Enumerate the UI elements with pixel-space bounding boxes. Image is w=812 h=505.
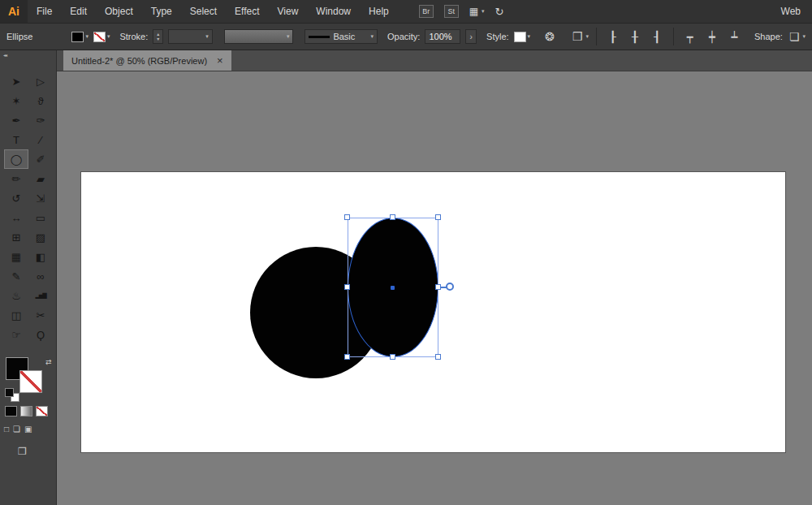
- eraser-tool[interactable]: ▰: [28, 169, 53, 188]
- magic-wand-tool[interactable]: ✶: [4, 91, 28, 110]
- menu-file[interactable]: File: [28, 0, 61, 23]
- stroke-proxy-swatch[interactable]: [19, 370, 42, 393]
- stroke-weight-dropdown[interactable]: ▾: [168, 29, 213, 44]
- opacity-label: Opacity:: [387, 32, 420, 41]
- selection-handle-e[interactable]: [435, 284, 441, 290]
- scale-tool[interactable]: ⇲: [28, 188, 53, 208]
- fill-color-swatch[interactable]: ▾: [71, 32, 89, 42]
- selection-handle-se[interactable]: [435, 354, 441, 360]
- document-tab[interactable]: Untitled-2* @ 50% (RGB/Preview) ×: [63, 50, 231, 71]
- shape-mode-button[interactable]: ❏ ▾: [788, 30, 806, 43]
- shaper-tool[interactable]: ✏: [4, 169, 28, 188]
- selection-handle-sw[interactable]: [344, 354, 350, 360]
- pen-tool[interactable]: ✒: [4, 110, 28, 130]
- stroke-none-icon: [93, 32, 106, 42]
- perspective-grid-tool[interactable]: ▨: [28, 227, 53, 247]
- selection-handle-w[interactable]: [344, 284, 350, 290]
- close-icon[interactable]: ×: [217, 55, 223, 66]
- app-logo: Ai: [0, 0, 28, 23]
- menu-type[interactable]: Type: [142, 0, 181, 23]
- menu-help[interactable]: Help: [360, 0, 398, 23]
- selection-handle-n[interactable]: [390, 214, 395, 220]
- slice-tool[interactable]: ✂: [28, 305, 53, 325]
- stock-button[interactable]: St: [444, 5, 459, 18]
- draw-normal-icon[interactable]: □: [4, 425, 9, 434]
- symbol-sprayer-tool[interactable]: ♨: [4, 286, 28, 305]
- menu-view[interactable]: View: [269, 0, 308, 23]
- menu-bar: Ai File Edit Object Type Select Effect V…: [0, 0, 812, 23]
- style-swatch-icon: [514, 32, 526, 42]
- gradient-button[interactable]: [20, 406, 32, 417]
- center-point-widget[interactable]: [391, 286, 395, 290]
- selection-handle-ne[interactable]: [435, 214, 441, 220]
- eyedropper-tool[interactable]: ✎: [4, 266, 28, 286]
- divider: [673, 28, 674, 45]
- selection-tool[interactable]: ➤: [4, 71, 28, 91]
- lasso-tool[interactable]: ϑ: [28, 91, 53, 110]
- color-button[interactable]: [5, 406, 17, 417]
- illustrator-window: Ai File Edit Object Type Select Effect V…: [0, 0, 812, 505]
- blend-tool[interactable]: ∞: [28, 266, 53, 286]
- workspace-switcher[interactable]: Web: [781, 6, 812, 17]
- curvature-tool[interactable]: ✑: [28, 110, 53, 130]
- canvas[interactable]: [57, 71, 812, 505]
- rotate-tool[interactable]: ↺: [4, 188, 28, 208]
- shape-builder-tool[interactable]: ⊞: [4, 227, 28, 247]
- stroke-weight-stepper[interactable]: ▴ ▾: [153, 29, 163, 44]
- recolor-artwork-button[interactable]: ❂: [543, 30, 556, 43]
- stroke-color-swatch[interactable]: ▾: [93, 32, 110, 42]
- sync-settings-icon[interactable]: ↻: [495, 6, 504, 18]
- divider: [596, 28, 597, 45]
- bridge-button[interactable]: Br: [419, 5, 434, 18]
- tool-grid: ➤ ▷ ✶ ϑ ✒ ✑ T ∕ ◯ ✐ ✏ ▰ ↺ ⇲ ↔ ▭ ⊞ ▨ ▦ ◧ …: [4, 71, 53, 344]
- active-tool-label: Ellipse: [6, 32, 32, 41]
- mesh-tool[interactable]: ▦: [4, 247, 28, 266]
- artboard-tool[interactable]: ◫: [4, 305, 28, 325]
- collapse-panel-icon[interactable]: ◂◂: [3, 52, 6, 58]
- align-top-button[interactable]: ┯: [681, 31, 698, 43]
- shape-label: Shape:: [754, 32, 783, 41]
- line-segment-tool[interactable]: ∕: [28, 130, 53, 149]
- pie-angle-widget[interactable]: [446, 283, 454, 291]
- menu-select[interactable]: Select: [181, 0, 226, 23]
- align-left-button[interactable]: ┠: [604, 31, 621, 43]
- brush-definition-dropdown[interactable]: Basic ▾: [304, 29, 378, 44]
- screen-mode-icon[interactable]: ❐: [18, 446, 27, 457]
- draw-behind-icon[interactable]: ❏: [13, 425, 20, 434]
- none-button[interactable]: [36, 406, 48, 417]
- transform-options-dropdown[interactable]: ❒ ▾: [571, 30, 589, 43]
- chevron-down-icon: ▾: [205, 33, 209, 40]
- opacity-expand-button[interactable]: ›: [465, 29, 477, 44]
- selection-handle-s[interactable]: [390, 354, 395, 360]
- align-vcenter-button[interactable]: ┿: [703, 31, 720, 43]
- ellipse-tool[interactable]: ◯: [4, 149, 28, 169]
- document-tab-title: Untitled-2* @ 50% (RGB/Preview): [71, 56, 207, 66]
- chevron-down-icon: ▾: [528, 33, 531, 40]
- align-right-button[interactable]: ┨: [649, 31, 666, 43]
- free-transform-tool[interactable]: ▭: [28, 208, 53, 227]
- align-bottom-button[interactable]: ┷: [726, 31, 743, 43]
- opacity-input[interactable]: [425, 29, 460, 44]
- style-label: Style:: [486, 32, 509, 41]
- arrange-documents-dropdown[interactable]: ▦ ▾: [469, 6, 485, 17]
- paintbrush-tool[interactable]: ✐: [28, 149, 53, 169]
- type-tool[interactable]: T: [4, 130, 28, 149]
- menu-window[interactable]: Window: [307, 0, 360, 23]
- menu-edit[interactable]: Edit: [61, 0, 96, 23]
- swap-fill-stroke-icon[interactable]: ⇄: [45, 358, 52, 366]
- align-hcenter-button[interactable]: ╂: [626, 31, 643, 43]
- hand-tool[interactable]: ☞: [4, 325, 28, 344]
- column-graph-tool[interactable]: ▂▅▇: [28, 286, 53, 305]
- arrange-documents-icon: ▦: [469, 6, 478, 17]
- gradient-tool[interactable]: ◧: [28, 247, 53, 266]
- menu-effect[interactable]: Effect: [226, 0, 268, 23]
- selection-handle-nw[interactable]: [344, 214, 350, 220]
- zoom-tool[interactable]: Ϙ: [28, 325, 53, 344]
- draw-inside-icon[interactable]: ▣: [24, 425, 32, 434]
- style-swatch-dropdown[interactable]: ▾: [514, 32, 531, 42]
- default-fill-stroke-icon[interactable]: [5, 388, 14, 397]
- width-tool[interactable]: ↔: [4, 208, 28, 227]
- width-profile-dropdown[interactable]: ▾: [224, 29, 294, 44]
- direct-selection-tool[interactable]: ▷: [28, 71, 53, 91]
- menu-object[interactable]: Object: [96, 0, 142, 23]
